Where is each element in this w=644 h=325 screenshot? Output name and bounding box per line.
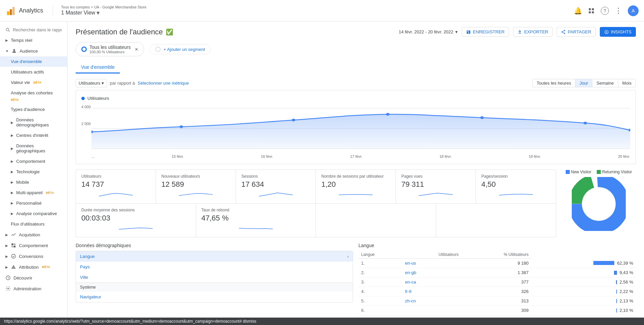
expand-conv-icon: ▶: [5, 255, 8, 258]
stats-row-2: Durée moyenne des sessions 00:03:03 Taux…: [76, 204, 556, 237]
time-btn-semaine[interactable]: Semaine: [592, 79, 618, 87]
stat-duree-sparkline: [81, 224, 190, 232]
time-btn-mois[interactable]: Mois: [618, 79, 636, 87]
pct-en-ca: 2,56 %: [531, 277, 636, 287]
sidebar-item-donnees-demo[interactable]: ▶ Données démographiques: [0, 115, 67, 130]
users-en-us: 9 180: [461, 259, 531, 268]
stat-rebond-sparkline: [202, 224, 311, 232]
help-icon[interactable]: ?: [601, 7, 609, 15]
sidebar-item-analyse-cohortes[interactable]: Analyse des cohortes BÊTA: [0, 88, 67, 104]
bottom-section: Données démographiques Langue › Pays Vil…: [76, 243, 636, 315]
stat-pages-vues-label: Pages vues: [401, 174, 470, 179]
x-label-17: 17 févr.: [350, 154, 363, 158]
stat-duree-value: 00:03:03: [81, 214, 190, 223]
y-axis-2000: 2 000: [81, 122, 91, 126]
demo-item-ville[interactable]: Ville: [76, 272, 353, 283]
metric-selector: Utilisateurs ▾ par rapport à Sélectionne…: [76, 79, 189, 87]
sidebar-item-decouvrir[interactable]: Découvrir: [0, 272, 67, 283]
sidebar-item-administration[interactable]: Administration: [0, 283, 67, 294]
sidebar-item-types-audience[interactable]: Types d'audience: [0, 104, 67, 115]
lang-fr-fr[interactable]: fr-fr: [402, 287, 461, 296]
stat-sessions-user: Nombre de sessions par utilisateur 1,20: [316, 170, 396, 203]
grid-icon[interactable]: [587, 7, 595, 15]
page-title: Présentation de l'audience: [76, 28, 163, 36]
multi-appareil-label: Multi-appareil: [16, 190, 43, 195]
svg-rect-1: [10, 9, 12, 15]
segment-pill[interactable]: Tous les utilisateurs 100,00 % Utilisate…: [76, 42, 144, 56]
pct-6-label: 2,10 %: [620, 308, 633, 313]
account-name[interactable]: 1 Master View ▾: [61, 9, 146, 17]
lang-6[interactable]: [402, 306, 461, 315]
expand-comp-icon: ▶: [11, 159, 14, 163]
line-chart-svg: [91, 105, 630, 152]
bell-icon[interactable]: 🔔: [574, 7, 582, 15]
sidebar-item-analyse-comparative[interactable]: ▶ Analyse comparative: [0, 208, 67, 219]
demo-langue-arrow: ›: [347, 254, 349, 259]
lang-en-us[interactable]: en-us: [402, 259, 461, 268]
table-row: 3. en-ca 377 2,56 %: [358, 277, 636, 287]
svg-rect-12: [11, 246, 13, 247]
sidebar-item-label: Temps réel: [11, 38, 32, 43]
avatar[interactable]: A: [628, 5, 639, 16]
enregistrer-button[interactable]: ENREGISTRER: [462, 27, 509, 37]
table-row: 4. fr-fr 326 2,22 %: [358, 287, 636, 296]
segment-close-icon[interactable]: ✕: [135, 47, 138, 52]
vue-densemble-label: Vue d'ensemble: [11, 59, 42, 64]
partager-button[interactable]: PARTAGER: [557, 27, 595, 37]
sidebar-item-audience[interactable]: ▼ Audience: [0, 46, 67, 56]
sidebar-item-multi-appareil[interactable]: ▶ Multi-appareil BÊTA: [0, 187, 67, 198]
metric-dropdown[interactable]: Utilisateurs ▾: [76, 79, 107, 87]
time-btn-jour[interactable]: Jour: [575, 79, 592, 87]
date-range[interactable]: 14 févr. 2022 - 20 févr. 2022 ▾: [399, 29, 458, 34]
table-row: 5. zh-cn 313 2,13 %: [358, 296, 636, 306]
sidebar-item-donnees-geo[interactable]: ▶ Données géographiques: [0, 141, 67, 156]
demo-ville-label: Ville: [80, 275, 88, 280]
sidebar-item-vue-densemble[interactable]: Vue d'ensemble: [0, 56, 67, 67]
chart-area: Utilisateurs 4 000 2 000: [76, 90, 636, 164]
sidebar-item-valeur-vie[interactable]: Valeur vie BÊTA: [0, 77, 67, 88]
pct-en-us: 62,39 %: [531, 259, 636, 268]
expand-mobile-icon: ▶: [11, 180, 14, 184]
add-segment-button[interactable]: + Ajouter un segment: [150, 44, 211, 54]
lang-en-gb[interactable]: en-gb: [402, 268, 461, 277]
lang-en-ca[interactable]: en-ca: [402, 277, 461, 287]
search-area[interactable]: [0, 24, 67, 35]
sidebar-item-temps-reel[interactable]: ▶ Temps réel: [0, 35, 67, 46]
sidebar-item-personnalise[interactable]: ▶ Personnalisé: [0, 198, 67, 208]
insights-button[interactable]: INSIGHTS: [600, 27, 636, 37]
donnees-demo-label: Données démographiques: [16, 117, 62, 127]
select-metric-link[interactable]: Sélectionner une métrique: [138, 81, 189, 86]
users-fr-fr: 326: [461, 287, 531, 296]
demo-item-pays[interactable]: Pays: [76, 262, 353, 272]
users-en-ca: 377: [461, 277, 531, 287]
svg-point-18: [606, 31, 607, 33]
sidebar-item-comportement[interactable]: ▶ Comportement: [0, 156, 67, 167]
sidebar-item-mobile[interactable]: ▶ Mobile: [0, 177, 67, 187]
stat-pages-session-sparkline: [481, 190, 551, 198]
sidebar-item-utilisateurs-actifs[interactable]: Utilisateurs actifs: [0, 67, 67, 77]
more-icon[interactable]: ⋮: [614, 7, 622, 15]
search-input[interactable]: [13, 27, 62, 32]
conversions-icon: [11, 254, 16, 259]
sidebar-item-comportement-main[interactable]: ▶ Comportement: [0, 240, 67, 251]
lang-zh-cn[interactable]: zh-cn: [402, 296, 461, 306]
overview-tab[interactable]: Vue d'ensemble: [76, 62, 120, 73]
exporter-button[interactable]: EXPORTER: [513, 27, 553, 37]
sidebar-item-flux-utilisateurs[interactable]: Flux d'utilisateurs: [0, 219, 67, 229]
pie-legend-returning: Returning Visitor: [597, 170, 632, 174]
sidebar-item-centres-interet[interactable]: ▶ Centres d'intérêt: [0, 130, 67, 141]
sidebar-item-conversions[interactable]: ▶ Conversions: [0, 251, 67, 262]
stat-utilisateurs: Utilisateurs 14 737: [76, 170, 156, 203]
sidebar-item-acquisition[interactable]: ▶ Acquisition: [0, 229, 67, 240]
demo-item-langue[interactable]: Langue ›: [76, 251, 353, 262]
time-btn-toutes-heures[interactable]: Toutes les heures: [533, 79, 575, 87]
sidebar-item-technologie[interactable]: ▶ Technologie: [0, 167, 67, 177]
sidebar-item-attribution[interactable]: ▶ Attribution BÊTA: [0, 262, 67, 272]
stats-row-1: Utilisateurs 14 737 Nouveaux utilisateur…: [76, 170, 556, 204]
stats-pie-row: Utilisateurs 14 737 Nouveaux utilisateur…: [76, 170, 636, 237]
demo-item-navigateur[interactable]: Navigateur: [76, 292, 353, 302]
status-url: https://analytics.google.com/analytics/w…: [4, 319, 256, 324]
svg-point-27: [584, 122, 587, 124]
stat-nouveaux-label: Nouveaux utilisateurs: [161, 174, 230, 179]
stat-duree: Durée moyenne des sessions 00:03:03: [76, 204, 196, 237]
